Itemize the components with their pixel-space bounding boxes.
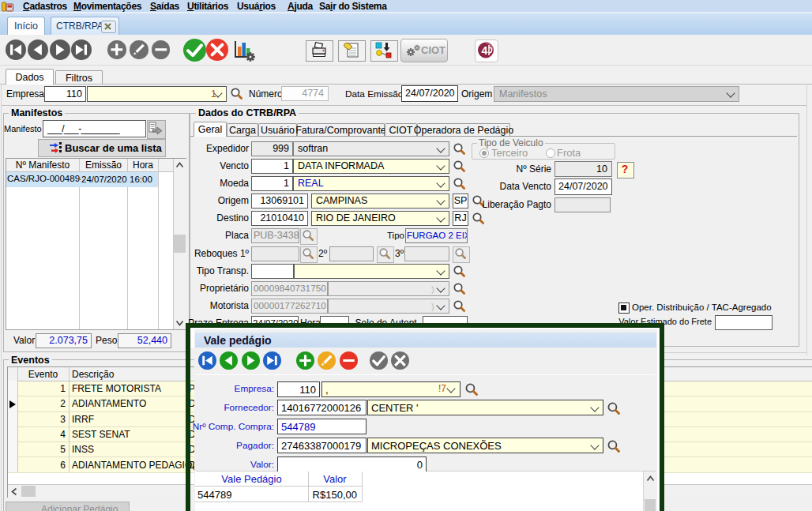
svg-text:4: 4: [482, 44, 488, 57]
